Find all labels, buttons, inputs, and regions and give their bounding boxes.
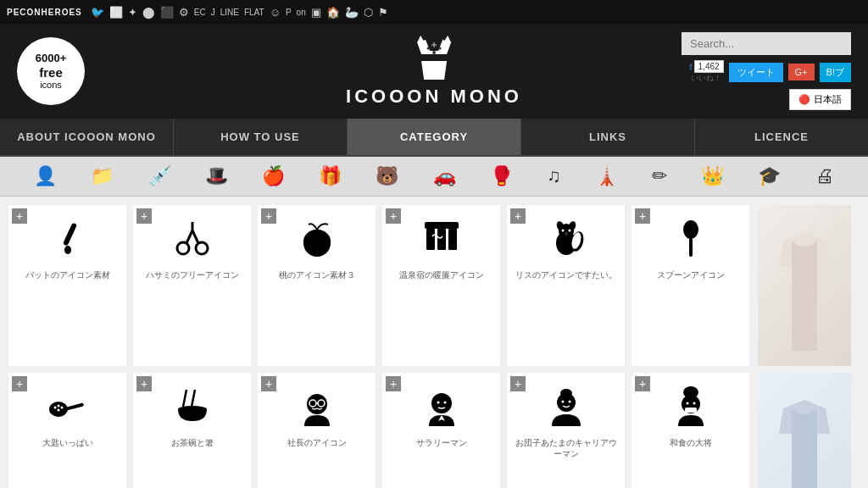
svg-line-13	[186, 230, 192, 243]
add-badge: +	[510, 208, 526, 224]
header-right: f 1,462 いいね！ ツイート G+ B!ブ 🔴 日本語	[682, 32, 851, 110]
nav-about[interactable]: ABOUT ICOOON MONO	[0, 119, 174, 155]
icon-card-ladle[interactable]: + 大匙いっぱい	[8, 373, 126, 488]
top-icon-2: ⬜	[109, 6, 123, 19]
flag-icon: 🔴	[798, 94, 810, 105]
icon-card-squirrel[interactable]: + リスのアイコンですたい。	[507, 205, 625, 366]
strip-tower-icon[interactable]: 🗼	[595, 165, 618, 187]
svg-point-59	[686, 402, 688, 405]
strip-car-icon[interactable]: 🚗	[433, 165, 456, 187]
icon-card-boss[interactable]: + 社長のアイコン	[258, 373, 376, 488]
chef-icon	[665, 381, 716, 432]
svg-point-26	[561, 230, 564, 232]
icon-card-scissors[interactable]: + ハサミのフリーアイコン	[133, 205, 251, 366]
svg-marker-0	[421, 61, 447, 80]
svg-rect-32	[689, 238, 693, 257]
top-icon-box: ▣	[311, 6, 321, 19]
lang-label: 日本語	[814, 93, 842, 106]
top-bar: PECONHEROES 🐦 ⬜ ✦ ⬤ ⬛ ⚙ EC J LINE FLAT ☺…	[0, 0, 868, 24]
svg-point-38	[57, 409, 59, 412]
logo-free: free	[39, 65, 63, 80]
svg-point-31	[683, 220, 698, 239]
svg-point-12	[196, 242, 208, 254]
bat-icon	[42, 214, 93, 264]
nav-licence[interactable]: LICENCE	[695, 119, 868, 155]
bat-label: バットのアイコン素材	[25, 269, 110, 280]
nav-links[interactable]: LINKS	[521, 119, 695, 155]
bowl-label: お茶碗と箸	[171, 437, 214, 448]
strip-person-icon[interactable]: 👤	[34, 165, 57, 187]
svg-point-35	[53, 407, 56, 409]
bowl-icon	[167, 381, 218, 432]
svg-point-47	[431, 393, 452, 413]
top-icon-j: J	[211, 8, 215, 17]
top-icon-flat: FLAT	[244, 8, 264, 17]
sidebar-ad-2	[758, 373, 851, 488]
add-badge: +	[261, 208, 276, 224]
svg-point-49	[443, 402, 446, 404]
top-icon-4: ⬤	[142, 6, 155, 19]
nav-category[interactable]: CATEGORY	[348, 119, 521, 155]
strip-apple-icon[interactable]: 🍎	[262, 165, 285, 187]
svg-point-10	[64, 246, 71, 254]
icon-card-chef[interactable]: + 和食の大将	[632, 373, 749, 488]
sidebar-ad-1	[758, 205, 851, 366]
top-icon-6: ⚙	[179, 6, 189, 19]
icon-card-career-woman[interactable]: + お団子あたまのキャリアウーマン	[507, 373, 625, 488]
add-badge: +	[386, 208, 401, 224]
tweet-button[interactable]: ツイート	[729, 63, 783, 82]
svg-rect-34	[65, 402, 84, 411]
icon-card-peach[interactable]: + 桃のアイコン素材３	[258, 205, 376, 366]
lang-button[interactable]: 🔴 日本語	[789, 89, 851, 110]
strip-folder-icon[interactable]: 📁	[91, 165, 114, 187]
icon-card-spoon[interactable]: + スプーンアイコン	[632, 205, 749, 366]
icon-card-onsen[interactable]: + 温泉宿の暖簾アイコン	[382, 205, 500, 366]
icon-card-bat[interactable]: + バットのアイコン素材	[8, 205, 126, 366]
svg-point-17	[303, 230, 331, 253]
strip-grad-icon[interactable]: 🎓	[758, 165, 781, 187]
strip-printer-icon[interactable]: 🖨	[815, 165, 834, 187]
ad-image-1	[766, 215, 843, 359]
logo-icons: icons	[40, 80, 62, 90]
mascot-icon	[409, 36, 459, 82]
spoon-icon	[665, 214, 716, 264]
search-input[interactable]	[682, 32, 851, 55]
nav-howtouse[interactable]: HOW TO USE	[174, 119, 348, 155]
icon-card-salaryman[interactable]: + サラリーマン	[382, 373, 500, 488]
strip-crown-icon[interactable]: 👑	[701, 165, 724, 187]
boss-icon	[292, 381, 342, 432]
svg-point-37	[60, 407, 63, 409]
add-badge: +	[261, 376, 276, 391]
salaryman-icon	[416, 381, 467, 432]
top-icon-5: ⬛	[160, 6, 174, 19]
top-icon-on: on	[297, 8, 306, 17]
peach-label: 桃のアイコン素材３	[279, 269, 355, 280]
strip-hat-icon[interactable]: 🎩	[205, 165, 228, 187]
sidebar	[758, 205, 860, 488]
svg-point-39	[178, 406, 207, 413]
gplus-button[interactable]: G+	[788, 64, 815, 80]
hb-button[interactable]: B!ブ	[820, 63, 851, 82]
svg-rect-58	[685, 408, 697, 413]
svg-point-57	[683, 386, 698, 398]
add-badge: +	[136, 376, 152, 391]
strip-music-icon[interactable]: ♫	[547, 165, 561, 187]
strip-pencil-icon[interactable]: ✏	[652, 165, 667, 187]
svg-line-14	[192, 230, 198, 243]
strip-glove-icon[interactable]: 🥊	[490, 165, 513, 187]
strip-heart-icon[interactable]: 💉	[148, 165, 171, 187]
search-bar[interactable]	[682, 32, 851, 55]
top-icon-1: 🐦	[91, 6, 104, 19]
add-badge: +	[510, 376, 526, 391]
strip-bear-icon[interactable]: 🐻	[376, 165, 398, 187]
top-icon-last: ⚑	[378, 6, 388, 19]
like-count: 1,462	[694, 60, 724, 73]
add-badge: +	[386, 376, 401, 391]
strip-gift-icon[interactable]: 🎁	[319, 165, 342, 187]
svg-rect-20	[437, 229, 446, 250]
onsen-icon	[416, 214, 467, 264]
icon-card-bowl[interactable]: + お茶碗と箸	[133, 373, 251, 488]
top-icon-3: ✦	[128, 6, 137, 19]
social-row: f 1,462 いいね！ ツイート G+ B!ブ	[689, 60, 851, 84]
salaryman-label: サラリーマン	[416, 437, 467, 448]
